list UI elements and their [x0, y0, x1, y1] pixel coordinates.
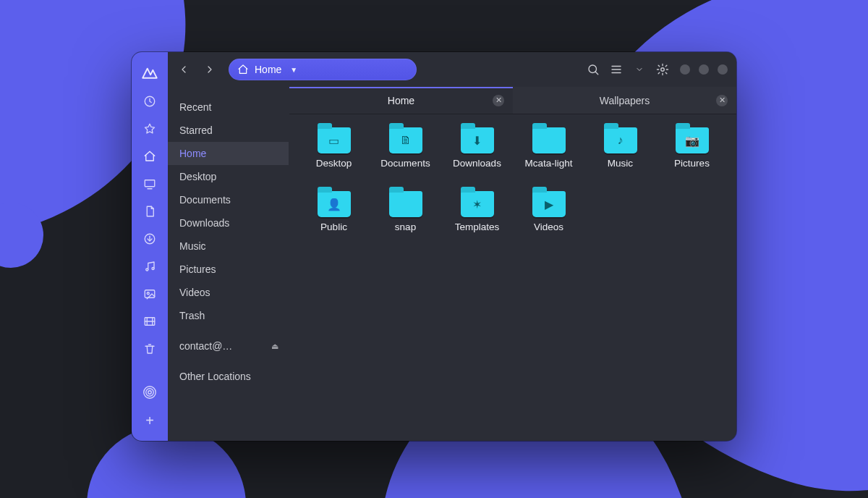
folder-label: Pictures	[674, 158, 710, 169]
eject-icon[interactable]: ⏏	[271, 342, 278, 351]
sidebar-item-other-locations[interactable]: Other Locations	[168, 365, 289, 388]
folder-item[interactable]: 👤Public	[298, 190, 370, 250]
trash-icon[interactable]	[142, 342, 157, 356]
folder-item[interactable]: Mcata-light	[513, 126, 584, 187]
window-minimize-button[interactable]	[680, 64, 690, 75]
places-rail: +	[132, 52, 168, 441]
hamburger-menu-button[interactable]	[654, 61, 671, 78]
folder-item[interactable]: ▭Desktop	[298, 126, 370, 187]
tab-wallpapers[interactable]: Wallpapers ✕	[513, 87, 736, 114]
sidebar-item-videos[interactable]: Videos	[168, 281, 289, 304]
folder-item[interactable]: ⬇Downloads	[441, 126, 513, 187]
app-logo-icon	[140, 62, 159, 81]
search-button[interactable]	[584, 61, 602, 78]
sidebar-item-mount[interactable]: contact@… ⏏	[168, 334, 289, 358]
folder-icon: ♪	[604, 127, 637, 153]
folder-label: Mcata-light	[524, 158, 572, 169]
sidebar-item-downloads[interactable]: Downloads	[168, 211, 289, 235]
main-panel: Home ✕ Wallpapers ✕ ▭Desktop🗎Documents⬇D…	[289, 52, 736, 441]
folder-icon: ▭	[318, 127, 351, 153]
sidebar-item-pictures[interactable]: Pictures	[168, 258, 289, 281]
music-icon[interactable]	[142, 259, 157, 274]
folder-item[interactable]: 📷Pictures	[656, 126, 728, 187]
sidebar-item-music[interactable]: Music	[168, 235, 289, 258]
folder-icon: 👤	[318, 191, 351, 217]
svg-point-5	[146, 269, 148, 271]
tab-label: Home	[388, 95, 414, 106]
other-locations-icon[interactable]: +	[142, 413, 157, 428]
sidebar-item-starred[interactable]: Starred	[168, 119, 289, 142]
desktop-icon[interactable]	[142, 177, 157, 191]
folder-item[interactable]: ✶Templates	[441, 190, 513, 250]
tab-close-button[interactable]: ✕	[493, 95, 504, 106]
svg-point-1	[661, 68, 665, 72]
folder-label: Music	[608, 158, 633, 169]
downloads-icon[interactable]	[142, 232, 157, 246]
documents-icon[interactable]	[142, 204, 157, 219]
nav-back-button[interactable]	[174, 59, 194, 80]
tab-bar: Home ✕ Wallpapers ✕	[289, 87, 736, 114]
chevron-down-icon: ▼	[290, 66, 297, 74]
tab-label: Wallpapers	[600, 95, 650, 106]
tab-close-button[interactable]: ✕	[716, 95, 728, 106]
path-bar[interactable]: Home ▼	[229, 59, 417, 80]
svg-point-6	[152, 268, 154, 270]
folder-icon: ⬇	[461, 127, 494, 153]
folder-label: snap	[395, 221, 416, 232]
view-dropdown-button[interactable]	[631, 61, 648, 78]
pictures-icon[interactable]	[142, 287, 157, 301]
toolbar: Home ▼	[168, 52, 736, 87]
recent-icon[interactable]	[142, 94, 157, 109]
folder-icon	[532, 127, 566, 153]
folder-item[interactable]: ♪Music	[584, 126, 656, 187]
view-list-button[interactable]	[608, 61, 625, 78]
home-icon	[237, 64, 249, 75]
svg-point-8	[147, 292, 149, 295]
sidebar-item-recent[interactable]: Recent	[168, 96, 289, 119]
folder-icon: ▶	[532, 191, 566, 217]
sidebar-item-trash[interactable]: Trash	[168, 304, 289, 327]
folder-label: Downloads	[453, 158, 501, 169]
folder-label: Templates	[455, 221, 500, 232]
folder-icon: ✶	[461, 191, 494, 217]
file-manager-window: Home ▼ +	[132, 52, 736, 441]
folder-label: Documents	[380, 158, 430, 169]
network-mount-icon[interactable]	[142, 385, 157, 400]
sidebar: Recent Starred Home Desktop Documents Do…	[168, 52, 289, 441]
folder-icon: 🗎	[389, 127, 422, 153]
folder-label: Public	[320, 221, 347, 232]
folder-icon	[389, 191, 422, 217]
videos-icon[interactable]	[142, 314, 157, 329]
sidebar-item-documents[interactable]: Documents	[168, 188, 289, 211]
starred-icon[interactable]	[142, 122, 157, 136]
path-label: Home	[255, 64, 281, 75]
folder-label: Desktop	[316, 158, 352, 169]
home-icon[interactable]	[142, 149, 157, 164]
folder-item[interactable]: 🗎Documents	[370, 126, 441, 187]
sidebar-item-home[interactable]: Home	[168, 142, 289, 165]
svg-rect-3	[145, 180, 155, 187]
folder-item[interactable]: snap	[370, 190, 441, 250]
folder-item[interactable]: ▶Videos	[513, 190, 584, 250]
window-close-button[interactable]	[718, 64, 728, 75]
nav-forward-button[interactable]	[200, 59, 220, 80]
svg-point-11	[146, 389, 154, 397]
tab-home[interactable]: Home ✕	[289, 87, 513, 114]
folder-grid[interactable]: ▭Desktop🗎Documents⬇DownloadsMcata-light♪…	[289, 114, 736, 441]
folder-label: Videos	[534, 221, 563, 232]
sidebar-item-desktop[interactable]: Desktop	[168, 165, 289, 188]
window-maximize-button[interactable]	[699, 64, 709, 75]
svg-point-10	[148, 391, 152, 394]
folder-icon: 📷	[676, 127, 709, 153]
